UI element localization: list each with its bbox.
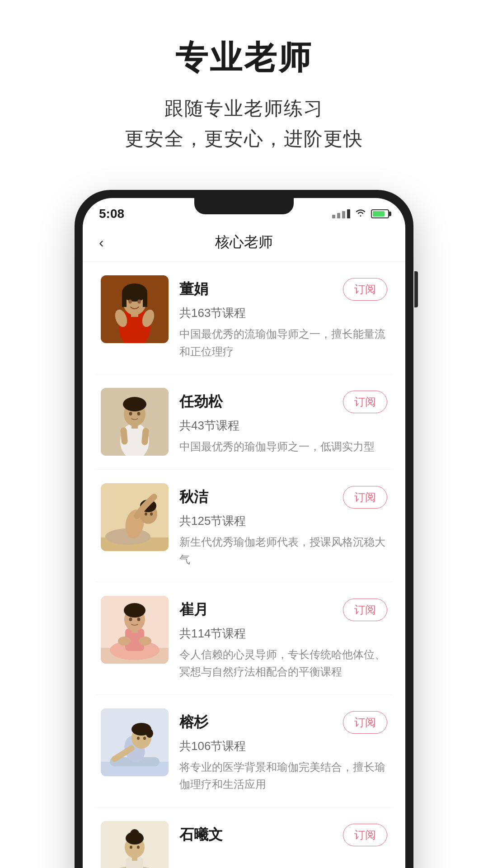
- nav-title: 核心老师: [215, 232, 273, 252]
- svg-point-27: [150, 513, 153, 516]
- teacher-list: 董娟 订阅 共163节课程 中国最优秀的流瑜伽导师之一，擅长能量流和正位理疗: [83, 262, 405, 868]
- battery-icon: [371, 209, 389, 218]
- teacher-desc: 中国最优秀的流瑜伽导师之一，擅长能量流和正位理疗: [179, 326, 387, 360]
- teacher-item[interactable]: 任劲松 订阅 共43节课程 中国最优秀的瑜伽导师之一，低调实力型: [96, 374, 392, 470]
- svg-point-16: [129, 412, 132, 415]
- svg-point-17: [137, 412, 141, 415]
- svg-rect-5: [122, 293, 127, 307]
- teacher-courses: 共106节课程: [179, 738, 387, 754]
- avatar: [101, 596, 169, 664]
- teacher-desc: 中国最优秀的瑜伽导师之一，低调实力型: [179, 438, 387, 455]
- subscribe-button[interactable]: 订阅: [343, 711, 387, 734]
- phone-screen: 5:08: [83, 198, 405, 868]
- teacher-name-row: 秋洁 订阅: [179, 486, 387, 509]
- subscribe-button[interactable]: 订阅: [343, 599, 387, 621]
- subscribe-button[interactable]: 订阅: [343, 486, 387, 509]
- teacher-name: 任劲松: [179, 392, 223, 412]
- teacher-courses: 共114节课程: [179, 626, 387, 642]
- svg-point-47: [143, 736, 146, 740]
- page-header: 专业老师 跟随专业老师练习 更安全，更安心，进阶更快: [98, 0, 390, 172]
- teacher-name: 董娟: [179, 279, 208, 299]
- back-button[interactable]: ‹: [99, 234, 104, 251]
- teacher-courses: 共125节课程: [179, 513, 387, 529]
- svg-point-7: [128, 300, 132, 304]
- signal-icon: [332, 209, 350, 218]
- teacher-name: 榕杉: [179, 712, 208, 732]
- teacher-courses: 共43节课程: [179, 418, 387, 434]
- status-icons: [332, 208, 389, 220]
- phone-notch: [194, 198, 294, 214]
- teacher-name-row: 榕杉 订阅: [179, 711, 387, 734]
- svg-rect-6: [143, 293, 147, 307]
- page-subtitle: 跟随专业老师练习 更安全，更安心，进阶更快: [125, 93, 363, 154]
- page-title: 专业老师: [125, 36, 363, 80]
- svg-point-56: [130, 845, 132, 849]
- teacher-desc: 新生代优秀瑜伽老师代表，授课风格沉稳大气: [179, 533, 387, 568]
- teacher-info: 董娟 订阅 共163节课程 中国最优秀的流瑜伽导师之一，擅长能量流和正位理疗: [179, 275, 387, 360]
- teacher-name-row: 石曦文 订阅: [179, 824, 387, 846]
- svg-point-34: [124, 603, 145, 618]
- svg-point-26: [145, 513, 147, 516]
- teacher-item[interactable]: 秋洁 订阅 共125节课程 新生代优秀瑜伽老师代表，授课风格沉稳大气: [96, 470, 392, 582]
- nav-bar: ‹ 核心老师: [83, 223, 405, 262]
- subtitle-line2: 更安全，更安心，进阶更快: [125, 128, 363, 149]
- svg-point-38: [139, 637, 151, 646]
- subtitle-line1: 跟随专业老师练习: [164, 98, 324, 119]
- avatar: [101, 708, 169, 776]
- teacher-name-row: 董娟 订阅: [179, 278, 387, 301]
- teacher-item[interactable]: 榕杉 订阅 共106节课程 将专业的医学背景和瑜伽完美结合，擅长瑜伽理疗和生活应…: [96, 695, 392, 807]
- teacher-info: 任劲松 订阅 共43节课程 中国最优秀的瑜伽导师之一，低调实力型: [179, 388, 387, 455]
- subscribe-button[interactable]: 订阅: [343, 278, 387, 301]
- phone-frame: 5:08: [75, 190, 413, 868]
- svg-point-35: [129, 618, 132, 621]
- teacher-desc: 令人信赖的心灵导师，专长传统哈他体位、冥想与自然疗法相配合的平衡课程: [179, 646, 387, 681]
- subscribe-button[interactable]: 订阅: [343, 391, 387, 413]
- wifi-icon: [355, 208, 366, 220]
- subscribe-button[interactable]: 订阅: [343, 824, 387, 846]
- teacher-name: 秋洁: [179, 487, 208, 507]
- phone-side-button: [414, 271, 418, 307]
- teacher-item[interactable]: 董娟 订阅 共163节课程 中国最优秀的流瑜伽导师之一，擅长能量流和正位理疗: [96, 262, 392, 374]
- teacher-info: 石曦文 订阅: [179, 821, 387, 851]
- svg-point-36: [137, 618, 141, 621]
- svg-point-46: [137, 736, 140, 740]
- teacher-name: 崔月: [179, 600, 208, 620]
- avatar: [101, 483, 169, 551]
- teacher-name-row: 任劲松 订阅: [179, 391, 387, 413]
- avatar: [101, 388, 169, 456]
- teacher-name: 石曦文: [179, 825, 223, 845]
- avatar: [101, 275, 169, 343]
- svg-point-37: [118, 637, 131, 646]
- teacher-item[interactable]: 崔月 订阅 共114节课程 令人信赖的心灵导师，专长传统哈他体位、冥想与自然疗法…: [96, 582, 392, 695]
- avatar: [101, 821, 169, 868]
- teacher-info: 秋洁 订阅 共125节课程 新生代优秀瑜伽老师代表，授课风格沉稳大气: [179, 483, 387, 568]
- status-time: 5:08: [99, 207, 124, 221]
- teacher-item[interactable]: 石曦文 订阅: [96, 807, 392, 868]
- svg-point-57: [137, 845, 140, 849]
- svg-point-15: [123, 397, 146, 411]
- teacher-info: 榕杉 订阅 共106节课程 将专业的医学背景和瑜伽完美结合，擅长瑜伽理疗和生活应…: [179, 708, 387, 793]
- teacher-desc: 将专业的医学背景和瑜伽完美结合，擅长瑜伽理疗和生活应用: [179, 759, 387, 793]
- svg-point-8: [137, 300, 141, 304]
- teacher-info: 崔月 订阅 共114节课程 令人信赖的心灵导师，专长传统哈他体位、冥想与自然疗法…: [179, 596, 387, 681]
- svg-point-55: [130, 829, 139, 838]
- teacher-name-row: 崔月 订阅: [179, 599, 387, 621]
- teacher-courses: 共163节课程: [179, 305, 387, 321]
- svg-point-45: [146, 729, 153, 738]
